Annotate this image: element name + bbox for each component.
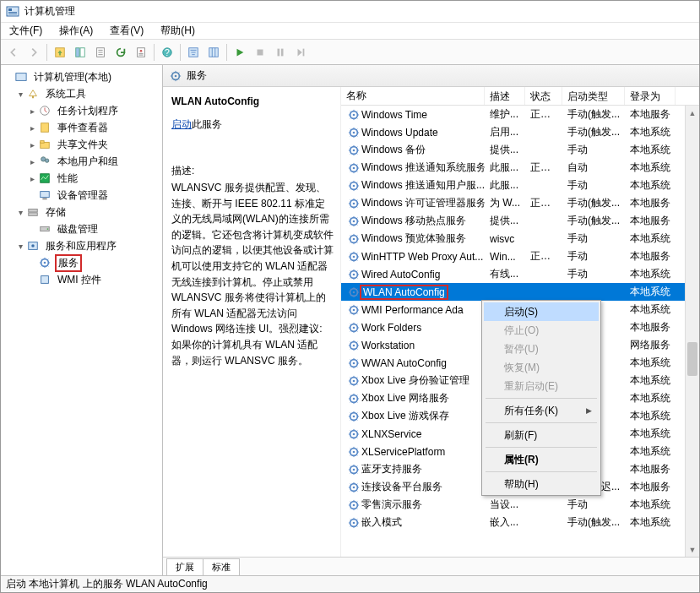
svg-point-83 [353, 468, 355, 471]
service-icon [346, 411, 361, 422]
filter-button[interactable] [184, 43, 203, 62]
stop-service-button[interactable] [251, 43, 269, 62]
service-name: WLAN AutoConfig [361, 286, 448, 298]
menu-action[interactable]: 操作(A) [54, 22, 98, 40]
service-logon: 本地服务 [625, 106, 676, 123]
service-name: Xbox Live 网络服务 [361, 391, 449, 405]
svg-rect-39 [41, 276, 49, 284]
service-logon: 本地服务 [625, 478, 676, 496]
menu-file[interactable]: 文件(F) [4, 22, 47, 40]
column-startup[interactable]: 启动类型 [562, 87, 625, 105]
service-logon: 本地系统 [625, 265, 676, 283]
service-desc: 提供... [485, 212, 525, 230]
pause-service-button[interactable] [271, 43, 290, 62]
service-row[interactable]: 嵌入模式嵌入...手动(触发...本地系统 [341, 514, 699, 531]
service-row[interactable]: Windows 备份提供...手动本地系统 [341, 141, 699, 159]
tree-event-viewer[interactable]: ▸事件查看器 [3, 119, 160, 136]
selected-service-name: WLAN AutoConfig [171, 95, 334, 107]
service-row[interactable]: Windows 推送通知用户服...此服...手动本地系统 [341, 177, 699, 194]
menu-view[interactable]: 查看(V) [105, 22, 149, 40]
restart-service-button[interactable] [291, 43, 310, 62]
service-logon: 本地系统 [625, 283, 676, 301]
scroll-down-icon[interactable]: ▼ [686, 542, 699, 557]
start-service-button[interactable] [231, 43, 249, 62]
navigation-tree[interactable]: 计算机管理(本地) ▾系统工具 ▸任务计划程序 ▸事件查看器 ▸共享文件夹 ▸本… [1, 65, 163, 575]
column-status[interactable]: 状态 [525, 87, 562, 105]
svg-point-27 [45, 159, 48, 162]
tree-local-users[interactable]: ▸本地用户和组 [3, 153, 160, 170]
tree-root[interactable]: 计算机管理(本地) [3, 68, 160, 85]
tree-performance[interactable]: ▸性能 [3, 170, 160, 187]
service-icon [346, 499, 361, 511]
up-button[interactable] [51, 43, 69, 62]
svg-point-51 [353, 184, 355, 187]
export-button[interactable] [91, 43, 110, 62]
svg-point-53 [353, 202, 355, 204]
refresh-button[interactable] [111, 43, 130, 62]
help-button[interactable]: ? [158, 43, 176, 62]
service-startup: 自动 [562, 159, 625, 177]
service-name: Windows 预览体验服务 [361, 231, 466, 246]
service-row[interactable]: Windows 推送通知系统服务此服...正在...自动本地系统 [341, 159, 699, 177]
back-button[interactable] [4, 43, 23, 62]
toolbar-separator [46, 44, 47, 61]
show-hide-button[interactable] [71, 43, 90, 62]
tab-extended[interactable]: 扩展 [166, 558, 203, 575]
tree-disk-management[interactable]: 磁盘管理 [3, 220, 160, 237]
start-service-link[interactable]: 启动 [171, 118, 192, 130]
svg-point-49 [353, 166, 355, 169]
service-icon [346, 464, 361, 476]
tree-system-tools[interactable]: ▾系统工具 [3, 85, 160, 102]
tree-task-scheduler[interactable]: ▸任务计划程序 [3, 102, 160, 119]
column-name[interactable]: 名称 [341, 87, 485, 105]
service-desc: 启用... [485, 123, 525, 141]
service-logon: 本地系统 [625, 354, 676, 372]
scroll-thumb[interactable] [687, 342, 697, 376]
service-row[interactable]: Windows Update启用...手动(触发...本地系统 [341, 123, 699, 141]
properties-button[interactable] [132, 43, 150, 62]
ctx-refresh[interactable]: 刷新(F) [484, 426, 599, 444]
service-name: Windows 推送通知系统服务 [361, 160, 485, 175]
tree-services-apps[interactable]: ▾服务和应用程序 [3, 237, 160, 254]
service-row[interactable]: Windows Time维护...正在...手动(触发...本地服务 [341, 106, 699, 123]
service-row[interactable]: WLAN AutoConfig本地系统 [341, 283, 699, 301]
service-row[interactable]: Windows 移动热点服务提供...手动(触发...本地服务 [341, 212, 699, 230]
tree-device-manager[interactable]: 设备管理器 [3, 187, 160, 204]
vertical-scrollbar[interactable]: ▲ ▼ [685, 106, 699, 557]
service-row[interactable]: WinHTTP Web Proxy Aut...Win...正在...手动本地服… [341, 248, 699, 265]
service-icon [346, 393, 361, 405]
tree-wmi[interactable]: WMI 控件 [3, 271, 160, 288]
title-bar: 计算机管理 [1, 1, 699, 23]
tree-storage[interactable]: ▾存储 [3, 204, 160, 220]
service-logon: 本地系统 [625, 407, 676, 425]
service-logon: 本地系统 [625, 496, 676, 514]
service-desc: 当设... [485, 496, 525, 514]
service-name: Xbox Live 游戏保存 [361, 409, 449, 423]
service-row[interactable]: Windows 预览体验服务wisvc手动本地系统 [341, 230, 699, 248]
svg-point-61 [353, 273, 355, 275]
ctx-help[interactable]: 帮助(H) [484, 475, 599, 493]
menu-help[interactable]: 帮助(H) [155, 22, 200, 40]
svg-rect-29 [41, 192, 50, 198]
tree-shared-folders[interactable]: ▸共享文件夹 [3, 136, 160, 153]
service-icon [346, 162, 361, 174]
service-icon [346, 269, 361, 280]
ctx-start[interactable]: 启动(S) [484, 302, 599, 321]
tab-standard[interactable]: 标准 [203, 558, 240, 575]
service-row[interactable]: 零售演示服务当设...手动本地系统 [341, 496, 699, 514]
ctx-properties[interactable]: 属性(R) [484, 450, 599, 469]
scroll-up-icon[interactable]: ▲ [686, 106, 699, 120]
svg-rect-25 [41, 141, 44, 144]
tree-services[interactable]: 服务 [3, 254, 160, 271]
service-row[interactable]: Wired AutoConfig有线...手动本地系统 [341, 265, 699, 283]
forward-button[interactable] [24, 43, 43, 62]
service-startup: 手动(触发... [562, 212, 625, 230]
service-status [525, 237, 562, 241]
ctx-all-tasks[interactable]: 所有任务(K)▶ [484, 401, 599, 420]
service-row[interactable]: Windows 许可证管理器服务为 W...正在...手动(触发...本地服务 [341, 194, 699, 212]
service-logon: 本地系统 [625, 230, 676, 248]
column-desc[interactable]: 描述 [485, 87, 525, 105]
column-logon[interactable]: 登录为 [625, 87, 676, 105]
service-logon: 本地服务 [625, 194, 676, 212]
columns-button[interactable] [204, 43, 223, 62]
